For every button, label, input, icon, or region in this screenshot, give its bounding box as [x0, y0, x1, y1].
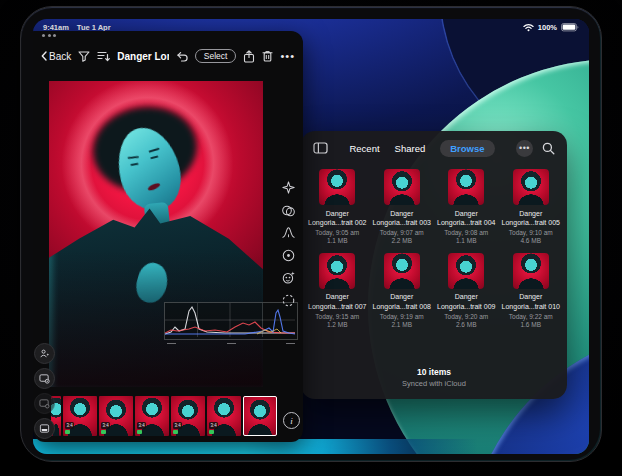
white-balance-icon[interactable] — [280, 247, 297, 264]
file-name: Danger Longoria...trait 003 — [371, 209, 433, 228]
file-name: Danger Longoria...trait 002 — [306, 209, 368, 228]
ipad-screen: 9:41am Tue 1 Apr 100% — [33, 19, 589, 454]
edited-badge — [65, 430, 70, 435]
edited-badge — [173, 430, 178, 435]
tab-shared[interactable]: Shared — [395, 143, 426, 154]
window-controls-icon[interactable] — [42, 34, 56, 37]
file-item[interactable]: Danger Longoria...trait 005 Today, 9:10 … — [500, 169, 562, 244]
crop-badge: 3:4 — [209, 422, 218, 428]
filmstrip: 3:4 3:4 3:4 3:4 3:4 — [51, 396, 277, 436]
wifi-icon — [523, 23, 534, 32]
browser-footer: 10 items Synced with iCloud — [301, 367, 567, 389]
marketing-scene: 9:41am Tue 1 Apr 100% — [0, 0, 622, 476]
file-size: 2.2 MB — [391, 237, 412, 244]
crop-badge: 3:4 — [137, 422, 146, 428]
document-title[interactable]: Danger Longo... — [117, 51, 169, 62]
info-button[interactable]: i — [283, 412, 300, 429]
file-size: 1.1 MB — [327, 237, 348, 244]
back-button[interactable]: Back — [41, 51, 71, 62]
export-settings-icon[interactable] — [34, 368, 55, 389]
file-thumbnail — [448, 253, 484, 289]
item-count: 10 items — [301, 367, 567, 377]
file-name: Danger Longoria...trait 008 — [371, 292, 433, 311]
file-date: Today, 9:20 am — [444, 313, 488, 320]
trash-icon[interactable] — [262, 50, 273, 62]
tab-browse[interactable]: Browse — [440, 140, 494, 157]
file-size: 4.6 MB — [520, 237, 541, 244]
filmstrip-thumb[interactable]: 3:4 — [99, 396, 133, 436]
sidebar-toggle-icon[interactable] — [313, 142, 328, 154]
edited-badge — [137, 430, 142, 435]
photo-vignette — [49, 81, 263, 387]
search-icon[interactable] — [542, 142, 555, 155]
file-thumbnail — [513, 169, 549, 205]
battery-icon — [561, 23, 579, 32]
browser-header: Recent Shared Browse ••• — [301, 131, 567, 165]
file-thumbnail — [319, 253, 355, 289]
retouch-icon[interactable] — [280, 269, 297, 286]
copy-edits-icon[interactable] — [34, 393, 55, 414]
mask-icon[interactable] — [280, 292, 297, 309]
file-name: Danger Longoria...trait 010 — [500, 292, 562, 311]
filmstrip-thumb[interactable]: 3:4 — [171, 396, 205, 436]
file-item[interactable]: Danger Longoria...trait 009 Today, 9:20 … — [435, 253, 497, 328]
curves-icon[interactable] — [280, 224, 297, 241]
file-name: Danger Longoria...trait 009 — [435, 292, 497, 311]
file-thumbnail — [384, 169, 420, 205]
filmstrip-thumb[interactable]: 3:4 — [135, 396, 169, 436]
filters-icon[interactable] — [280, 202, 297, 219]
editor-toolbar: Back Danger Longo... Select — [33, 43, 303, 69]
file-date: Today, 9:05 am — [315, 229, 359, 236]
filter-icon[interactable] — [78, 51, 90, 62]
file-size: 2.6 MB — [456, 321, 477, 328]
browser-more-icon[interactable]: ••• — [516, 140, 533, 157]
sync-status: Synced with iCloud — [301, 379, 567, 388]
file-date: Today, 9:10 am — [509, 229, 553, 236]
edited-photo[interactable] — [49, 81, 263, 387]
file-thumbnail — [448, 169, 484, 205]
file-item[interactable]: Danger Longoria...trait 004 Today, 9:08 … — [435, 169, 497, 244]
file-date: Today, 9:08 am — [444, 229, 488, 236]
files-browser-panel: Recent Shared Browse ••• Danger Lon — [301, 131, 567, 399]
filmstrip-toggle-icon[interactable] — [34, 418, 55, 439]
file-item[interactable]: Danger Longoria...trait 010 Today, 9:22 … — [500, 253, 562, 328]
file-size: 1.6 MB — [520, 321, 541, 328]
edited-badge — [209, 430, 214, 435]
photo-editor-window: Back Danger Longo... Select — [33, 31, 303, 442]
select-button[interactable]: Select — [195, 49, 237, 63]
auto-enhance-icon[interactable] — [280, 179, 297, 196]
filmstrip-thumb[interactable]: 3:4 — [207, 396, 241, 436]
filmstrip-thumb-selected[interactable] — [243, 396, 277, 436]
file-date: Today, 9:19 am — [380, 313, 424, 320]
file-item[interactable]: Danger Longoria...trait 007 Today, 9:15 … — [306, 253, 368, 328]
histogram-ticks — [167, 343, 295, 345]
edited-badge — [101, 430, 106, 435]
file-date: Today, 9:15 am — [315, 313, 359, 320]
people-icon[interactable] — [34, 343, 55, 364]
crop-badge: 3:4 — [173, 422, 182, 428]
file-grid: Danger Longoria...trait 002 Today, 9:05 … — [301, 165, 567, 328]
file-thumbnail — [513, 253, 549, 289]
crop-badge: 3:4 — [65, 422, 74, 428]
back-chevron-icon — [41, 51, 47, 61]
file-date: Today, 9:22 am — [509, 313, 553, 320]
file-item[interactable]: Danger Longoria...trait 003 Today, 9:07 … — [371, 169, 433, 244]
file-name: Danger Longoria...trait 004 — [435, 209, 497, 228]
ipad-device: 9:41am Tue 1 Apr 100% — [20, 6, 602, 462]
file-date: Today, 9:07 am — [380, 229, 424, 236]
undo-icon[interactable] — [176, 51, 188, 62]
file-thumbnail — [384, 253, 420, 289]
share-icon[interactable] — [243, 50, 255, 63]
edit-tool-rail — [275, 179, 301, 309]
file-thumbnail — [319, 169, 355, 205]
file-item[interactable]: Danger Longoria...trait 008 Today, 9:19 … — [371, 253, 433, 328]
editor-side-buttons — [34, 343, 55, 439]
tab-recent[interactable]: Recent — [349, 143, 379, 154]
sort-icon[interactable] — [97, 51, 110, 62]
file-name: Danger Longoria...trait 007 — [306, 292, 368, 311]
file-name: Danger Longoria...trait 005 — [500, 209, 562, 228]
file-item[interactable]: Danger Longoria...trait 002 Today, 9:05 … — [306, 169, 368, 244]
filmstrip-thumb[interactable]: 3:4 — [63, 396, 97, 436]
battery-percent: 100% — [538, 23, 557, 32]
browser-tabs: Recent Shared Browse — [328, 140, 516, 157]
